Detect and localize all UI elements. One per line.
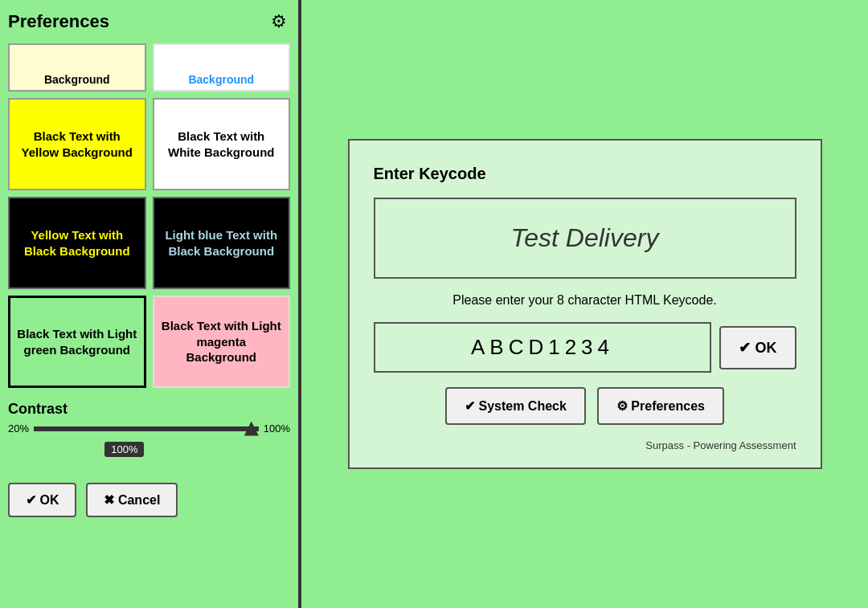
keycode-action-row: ✔ System Check ⚙ Preferences: [374, 387, 796, 425]
color-grid: Black Text with Yellow Background Black …: [8, 98, 290, 388]
keycode-title: Enter Keycode: [374, 165, 796, 183]
color-tile-lightgreen-bg[interactable]: Black Text with Light green Background: [8, 296, 146, 388]
contrast-section: Contrast 20% 100% 100%: [8, 401, 290, 435]
keycode-instruction: Please enter your 8 character HTML Keyco…: [374, 293, 796, 308]
keycode-box: Enter Keycode Test Delivery Please enter…: [348, 139, 822, 469]
preferences-header: Preferences ⚙: [8, 8, 290, 35]
gear-button[interactable]: ⚙: [268, 8, 290, 35]
ok-button-right[interactable]: ✔ OK: [719, 326, 796, 369]
color-tile-white-blue[interactable]: Background: [153, 43, 291, 92]
slider-max-label: 100%: [264, 422, 290, 435]
slider-row: 20% 100% 100%: [8, 422, 290, 435]
ok-button-left[interactable]: ✔ OK: [8, 483, 76, 517]
preferences-title: Preferences: [8, 11, 109, 32]
system-check-button[interactable]: ✔ System Check: [445, 387, 586, 425]
color-tile-cream[interactable]: Background: [8, 43, 146, 92]
keycode-input[interactable]: [374, 322, 712, 373]
test-delivery-label: Test Delivery: [511, 223, 659, 252]
bottom-buttons: ✔ OK ✖ Cancel: [8, 483, 290, 517]
color-tile-lightmagenta-bg[interactable]: Black Text with Light magenta Background: [153, 296, 291, 388]
cancel-button[interactable]: ✖ Cancel: [86, 483, 178, 517]
slider-min-label: 20%: [8, 422, 29, 435]
surpass-footer: Surpass - Powering Assessment: [374, 439, 796, 451]
color-tile-white-bg[interactable]: Black Text with White Background: [153, 98, 291, 190]
keycode-input-row: ✔ OK: [374, 322, 796, 373]
contrast-label: Contrast: [8, 401, 290, 418]
color-tile-yellow-bg[interactable]: Black Text with Yellow Background: [8, 98, 146, 190]
top-tiles-row: Background Background: [8, 43, 290, 92]
color-tile-black-yellow[interactable]: Yellow Text with Black Background: [8, 197, 146, 289]
left-panel: Preferences ⚙ Background Background Blac…: [0, 0, 301, 608]
preferences-button[interactable]: ⚙ Preferences: [597, 387, 724, 425]
color-tile-black-lightblue[interactable]: Light blue Text with Black Background: [153, 197, 291, 289]
contrast-slider[interactable]: [34, 426, 259, 431]
right-panel: Enter Keycode Test Delivery Please enter…: [301, 0, 868, 608]
slider-tooltip: 100%: [104, 442, 144, 457]
test-delivery-box: Test Delivery: [374, 198, 796, 279]
